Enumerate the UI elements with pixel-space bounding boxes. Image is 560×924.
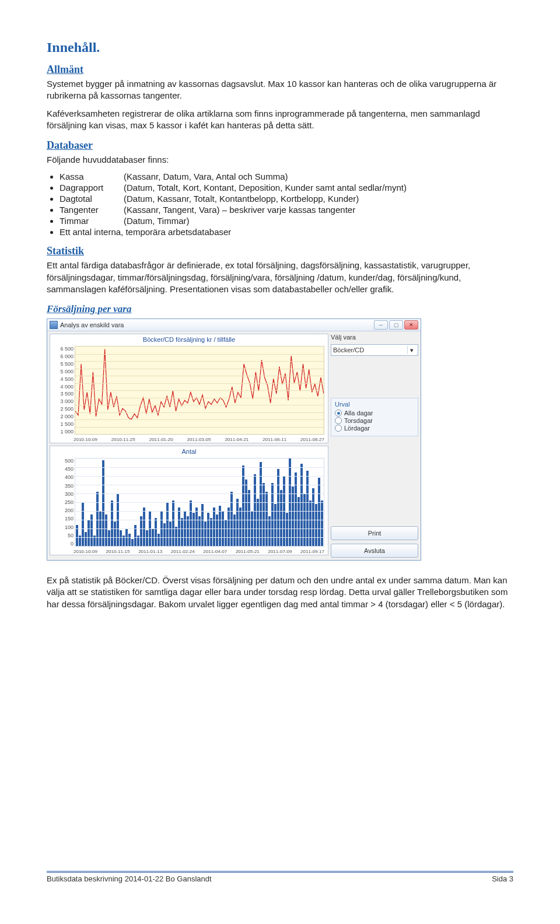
page-title: Innehåll. bbox=[47, 40, 513, 55]
urval-label: Urval bbox=[335, 401, 414, 408]
para-db-intro: Följande huvuddatabaser finns: bbox=[47, 154, 513, 166]
valj-vara-dropdown[interactable]: Böcker/CD ▾ bbox=[331, 344, 418, 356]
para-footer-text: Ex på statistik på Böcker/CD. Överst vis… bbox=[47, 575, 513, 610]
list-item: Timmar(Datum, Timmar) bbox=[60, 216, 513, 226]
app-icon bbox=[50, 321, 58, 329]
database-list: Kassa(Kassanr, Datum, Vara, Antal och Su… bbox=[60, 172, 513, 237]
list-item: Tangenter(Kassanr, Tangent, Vara) – besk… bbox=[60, 205, 513, 215]
chart-sales-plotarea bbox=[75, 346, 324, 435]
para-allmant-2: Kaféverksamheten registrerar de olika ar… bbox=[47, 108, 513, 132]
para-allmant-1: Systemet bygger på inmatning av kassorna… bbox=[47, 78, 513, 102]
radio-lordagar[interactable]: Lördagar bbox=[335, 425, 414, 432]
urval-panel: Urval Alla dagar Torsdagar Lördagar bbox=[331, 398, 418, 436]
chart-count-title: Antal bbox=[50, 446, 328, 456]
valj-vara-label: Välj vara bbox=[331, 334, 418, 341]
heading-databaser: Databaser bbox=[47, 139, 513, 152]
chevron-down-icon: ▾ bbox=[407, 346, 416, 354]
chart-sales-xaxis: 2010-10-092010-11-252011-01-202011-03-05… bbox=[74, 437, 324, 442]
heading-forsaljning: Försäljning per vara bbox=[47, 303, 513, 315]
list-item: Dagtotal(Datum, Kassanr, Totalt, Kontant… bbox=[60, 194, 513, 204]
list-item: Kassa(Kassanr, Datum, Vara, Antal och Su… bbox=[60, 172, 513, 181]
analysis-window: Analys av enskild vara ─ ▢ ✕ Böcker/CD f… bbox=[47, 318, 421, 561]
chart-sales-title: Böcker/CD försäljning kr / tillfälle bbox=[50, 334, 328, 344]
para-statistik: Ett antal färdiga databasfrågor är defin… bbox=[47, 260, 513, 295]
valj-vara-value: Böcker/CD bbox=[333, 346, 364, 354]
print-button[interactable]: Print bbox=[331, 526, 418, 540]
chart-count-xaxis: 2010-10-092010-11-152011-01-132011-02-24… bbox=[74, 549, 324, 554]
heading-statistik: Statistik bbox=[47, 245, 513, 257]
footer-right: Sida 3 bbox=[492, 874, 513, 883]
avsluta-button[interactable]: Avsluta bbox=[331, 544, 418, 558]
radio-icon bbox=[335, 417, 342, 424]
chart-count: Antal 500450400350300250200150100500 201… bbox=[50, 446, 328, 555]
list-item: Ett antal interna, temporära arbetsdatab… bbox=[60, 227, 513, 237]
radio-torsdagar[interactable]: Torsdagar bbox=[335, 417, 414, 424]
chart-sales: Böcker/CD försäljning kr / tillfälle 6 5… bbox=[50, 334, 328, 443]
radio-icon bbox=[335, 425, 342, 432]
footer-left: Butiksdata beskrivning 2014-01-22 Bo Gan… bbox=[47, 874, 212, 883]
chart-sales-yaxis: 6 5006 0005 5005 0004 5004 0003 5003 000… bbox=[50, 344, 75, 443]
radio-icon bbox=[335, 410, 342, 416]
radio-alla-dagar[interactable]: Alla dagar bbox=[335, 410, 414, 416]
heading-allmant: Allmänt bbox=[47, 64, 513, 76]
chart-count-plotarea bbox=[75, 458, 324, 547]
window-title: Analys av enskild vara bbox=[60, 321, 124, 328]
page-footer: Butiksdata beskrivning 2014-01-22 Bo Gan… bbox=[47, 871, 513, 883]
close-button[interactable]: ✕ bbox=[404, 320, 418, 330]
minimize-button[interactable]: ─ bbox=[374, 320, 388, 330]
window-titlebar: Analys av enskild vara ─ ▢ ✕ bbox=[47, 319, 421, 331]
list-item: Dagrapport(Datum, Totalt, Kort, Kontant,… bbox=[60, 183, 513, 192]
chart-count-yaxis: 500450400350300250200150100500 bbox=[50, 456, 75, 555]
maximize-button[interactable]: ▢ bbox=[389, 320, 403, 330]
